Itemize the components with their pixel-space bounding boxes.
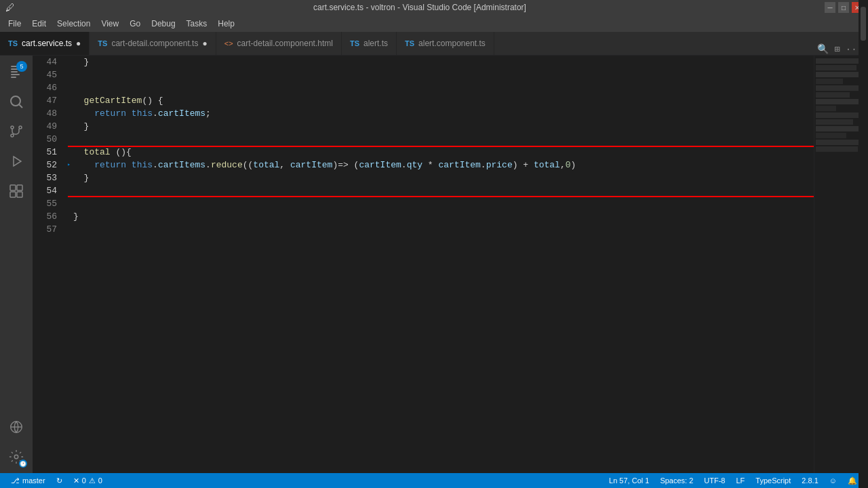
tab-alert-ts[interactable]: TS alert.ts	[342, 32, 397, 55]
title-bar-controls: ─ □ ✕	[825, 2, 863, 13]
status-version[interactable]: 2.8.1	[796, 473, 823, 488]
status-spaces[interactable]: Spaces: 2	[654, 473, 698, 488]
sidebar-item-remote[interactable]	[3, 413, 30, 441]
split-editor-button[interactable]: ⊞	[831, 43, 842, 55]
menu-help[interactable]: Help	[212, 18, 240, 30]
code-line: getCartItem() {	[73, 94, 814, 107]
title-bar-title: cart.service.ts - voltron - Visual Studi…	[15, 3, 825, 12]
code-line	[73, 223, 814, 236]
svg-point-17	[14, 455, 18, 459]
line-number: 48	[33, 107, 62, 120]
line-number: 51	[33, 146, 62, 159]
bell-icon: 🔔	[848, 476, 857, 485]
tab-bar: TS cart.service.ts ● TS cart-detail.comp…	[0, 32, 868, 56]
svg-point-5	[11, 96, 20, 106]
line-number: 50	[33, 133, 62, 146]
menu-go[interactable]: Go	[124, 18, 146, 30]
svg-marker-10	[14, 157, 21, 166]
status-branch[interactable]: ⎇ master	[5, 473, 51, 488]
svg-rect-14	[17, 192, 22, 197]
minimap-line	[816, 133, 846, 138]
tab-label-3: cart-detail.component.html	[237, 39, 333, 48]
branch-icon: ⎇	[11, 476, 20, 485]
code-line: return this.cartItems;	[73, 107, 814, 120]
sidebar-item-settings[interactable]: 🕐	[3, 443, 30, 470]
menu-edit[interactable]: Edit	[26, 18, 52, 30]
status-errors[interactable]: ✕ 0 ⚠ 0	[68, 473, 108, 488]
code-line	[73, 184, 814, 197]
warning-count: 0	[98, 476, 102, 485]
code-line: }	[73, 171, 814, 184]
tab-label-5: alert.component.ts	[418, 39, 486, 48]
search-editor-button[interactable]: 🔍	[814, 43, 831, 55]
eol-label: LF	[736, 476, 745, 485]
tab-label-2: cart-detail.component.ts	[111, 39, 198, 48]
sidebar-item-extensions[interactable]	[3, 178, 30, 205]
line-number: 49	[33, 120, 62, 133]
sidebar-item-explorer[interactable]: 5	[3, 58, 30, 85]
minimize-button[interactable]: ─	[825, 2, 835, 13]
menu-selection[interactable]: Selection	[52, 18, 96, 30]
title-bar: 🖊 cart.service.ts - voltron - Visual Stu…	[0, 0, 868, 15]
activity-bar: 5	[0, 56, 33, 473]
debug-arrow-icon: ▶	[68, 159, 70, 171]
menu-file[interactable]: File	[3, 18, 26, 30]
status-ln-col[interactable]: Ln 57, Col 1	[604, 473, 654, 488]
svg-rect-11	[10, 185, 16, 190]
title-bar-icon: 🖊	[5, 2, 15, 13]
tab-alert-component[interactable]: TS alert.component.ts	[397, 32, 494, 55]
line-number: 47	[33, 94, 62, 107]
status-bar: ⎇ master ↻ ✕ 0 ⚠ 0 Ln 57, Col 1 Spaces: …	[0, 473, 868, 488]
status-language[interactable]: TypeScript	[750, 473, 796, 488]
svg-point-8	[19, 126, 22, 129]
line-number: 54	[33, 184, 62, 197]
activity-bar-bottom: 🕐	[3, 413, 30, 473]
code-line	[73, 68, 814, 81]
scrollbar-track	[859, 56, 868, 473]
code-line: ▶ return this.cartItems.reduce((total, c…	[73, 159, 814, 171]
tab-modified-dot-2: ●	[202, 39, 207, 48]
extensions-badge: 5	[16, 61, 27, 72]
status-encoding[interactable]: UTF-8	[698, 473, 730, 488]
line-numbers: 4445464748495051525354555657	[33, 56, 68, 473]
status-eol[interactable]: LF	[730, 473, 750, 488]
line-number: 45	[33, 68, 62, 81]
sidebar-item-search[interactable]	[3, 88, 30, 115]
code-line	[73, 81, 814, 94]
code-editor[interactable]: 4445464748495051525354555657 } getCartIt…	[33, 56, 814, 473]
tab-cart-service[interactable]: TS cart.service.ts ●	[0, 32, 90, 55]
smiley-icon: ☺	[829, 476, 837, 485]
tab-cart-detail-ts[interactable]: TS cart-detail.component.ts ●	[90, 32, 216, 55]
spaces-label: Spaces: 2	[660, 476, 693, 485]
tab-icon-ts: TS	[8, 39, 18, 47]
svg-rect-2	[11, 71, 18, 73]
code-line	[73, 133, 814, 146]
minimap-line	[816, 106, 836, 111]
maximize-button[interactable]: □	[838, 2, 849, 13]
code-line: }	[73, 120, 814, 133]
status-smiley[interactable]: ☺	[824, 473, 842, 488]
minimap-line	[816, 79, 843, 84]
language-label: TypeScript	[755, 476, 791, 485]
code-content[interactable]: } getCartItem() { return this.cartItems;…	[68, 56, 814, 473]
line-number: 57	[33, 223, 62, 236]
code-line	[73, 197, 814, 210]
error-icon: ✕	[73, 476, 79, 485]
minimap-line	[816, 119, 853, 125]
tab-icon-ts-5: TS	[405, 39, 414, 47]
tab-cart-detail-html[interactable]: <> cart-detail.component.html	[216, 32, 342, 55]
menu-view[interactable]: View	[96, 18, 124, 30]
menu-tasks[interactable]: Tasks	[181, 18, 213, 30]
line-number: 46	[33, 81, 62, 94]
status-sync[interactable]: ↻	[51, 473, 68, 488]
sidebar-item-source-control[interactable]	[3, 118, 30, 145]
svg-point-9	[11, 134, 14, 137]
svg-rect-3	[11, 74, 20, 75]
code-line: }	[73, 56, 814, 68]
tab-label-4: alert.ts	[363, 39, 388, 48]
minimap-line	[816, 65, 856, 70]
version-label: 2.8.1	[802, 476, 818, 485]
sidebar-item-debug[interactable]	[3, 148, 30, 175]
editor-container: 4445464748495051525354555657 } getCartIt…	[33, 56, 868, 473]
menu-debug[interactable]: Debug	[146, 18, 180, 30]
